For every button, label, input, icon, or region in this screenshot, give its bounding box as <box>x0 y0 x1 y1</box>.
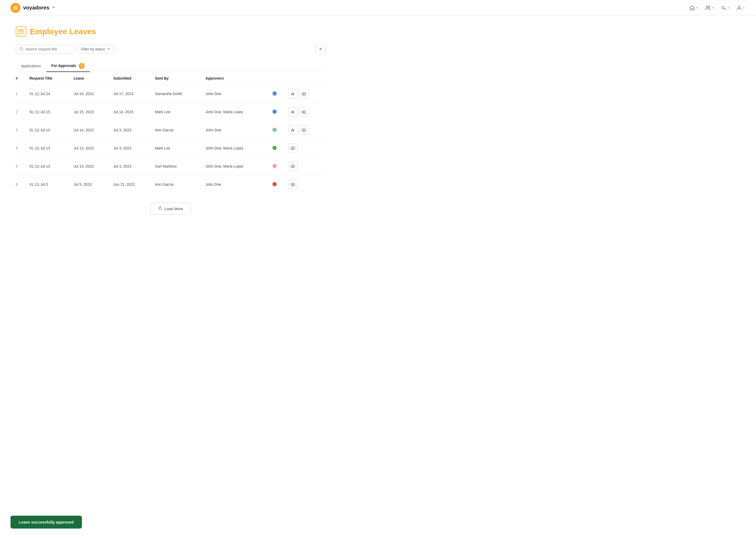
key-nav-button[interactable]: ▾ <box>720 4 730 12</box>
approve-button[interactable] <box>288 107 298 117</box>
table-row: 6 VL (1) Jul 5 Jul 5, 2023 Jun 21, 2023 … <box>16 176 325 193</box>
row-actions <box>285 157 325 176</box>
row-leave: Jul 24, 2023 <box>71 85 110 103</box>
brand-name: voyadores <box>23 5 49 11</box>
row-sent-by: Mark Lee <box>152 103 202 121</box>
svg-point-22 <box>291 165 295 168</box>
row-num: 2 <box>16 103 26 121</box>
thumbs-up-icon <box>291 92 295 96</box>
col-submitted: Submitted <box>110 72 152 85</box>
col-leave: Leave <box>71 72 110 85</box>
add-button[interactable]: + <box>315 44 325 54</box>
row-leave: Jul 15, 2023 <box>71 103 110 121</box>
search-icon <box>20 47 24 51</box>
status-dot <box>272 164 277 168</box>
eye-icon <box>291 146 295 150</box>
nav-icons: ▾ ▾ ▾ ▾ <box>688 4 745 12</box>
svg-point-5 <box>722 6 724 9</box>
action-btns <box>288 180 322 189</box>
tabs: Applications For Approvals 3 <box>16 60 325 72</box>
tab-applications[interactable]: Applications <box>16 61 46 71</box>
col-num: # <box>16 72 26 85</box>
row-submitted: Jul 3, 2023 <box>110 139 152 157</box>
col-actions <box>285 72 325 85</box>
svg-rect-14 <box>293 111 294 113</box>
data-table: # Request Title Leave Submitted Sent By … <box>16 72 325 193</box>
svg-rect-0 <box>13 6 18 7</box>
row-leave: Jul 13, 2023 <box>71 139 110 157</box>
row-leave: Jul 14, 2023 <box>71 121 110 139</box>
brand-tm: ™ <box>52 6 55 9</box>
table-row: 3 SL (1) Jul 14 Jul 14, 2023 Jul 3, 2023… <box>16 121 325 139</box>
row-leave: Jul 13, 2023 <box>71 157 110 176</box>
row-sent-by: Ann Garcia <box>152 121 202 139</box>
filter-button[interactable]: Filter by status <box>77 45 115 54</box>
tab-for-approvals[interactable]: For Approvals 3 <box>46 60 90 72</box>
view-button[interactable] <box>288 180 298 189</box>
load-more-button[interactable]: Load More <box>150 203 191 215</box>
logo: voyadores™ <box>11 3 55 13</box>
row-actions <box>285 176 325 193</box>
view-button[interactable] <box>299 125 309 135</box>
row-sent-by: Ann Garcia <box>152 176 202 193</box>
svg-point-18 <box>302 129 306 132</box>
user-nav-button[interactable]: ▾ <box>735 4 745 12</box>
row-status <box>269 103 285 121</box>
home-nav-button[interactable]: ▾ <box>688 4 698 12</box>
table-row: 4 VL (1) Jul 13 Jul 13, 2023 Jul 3, 2023… <box>16 139 325 157</box>
approve-button[interactable] <box>288 125 298 135</box>
svg-point-20 <box>291 147 295 150</box>
status-dot <box>272 146 277 150</box>
table-row: 1 VL (1) Jul 24 Jul 24, 2023 Jul 17, 202… <box>16 85 325 103</box>
row-status <box>269 121 285 139</box>
action-btns <box>288 125 322 135</box>
navbar: voyadores™ ▾ ▾ ▾ <box>0 0 756 16</box>
people-nav-button[interactable]: ▾ <box>704 4 715 12</box>
row-request-title: VL (1) Jul 13 <box>26 157 71 176</box>
svg-rect-11 <box>293 93 294 95</box>
row-actions <box>285 85 325 103</box>
logo-icon <box>11 3 21 13</box>
thumbs-up-icon <box>291 110 295 114</box>
page-header: Employee Leaves <box>16 26 325 37</box>
row-sent-by: Mark Lee <box>152 139 202 157</box>
row-actions <box>285 121 325 139</box>
eye-icon <box>291 165 295 168</box>
row-sent-by: Samantha Smith <box>152 85 202 103</box>
view-button[interactable] <box>288 162 298 171</box>
row-status <box>269 176 285 193</box>
svg-point-21 <box>292 148 294 149</box>
svg-rect-1 <box>13 8 18 8</box>
action-btns <box>288 107 322 117</box>
eye-icon <box>302 92 306 96</box>
approve-button[interactable] <box>288 89 298 98</box>
load-more-section: Load More <box>16 203 325 215</box>
load-more-icon <box>158 206 162 211</box>
tab-badge: 3 <box>79 63 84 69</box>
view-button[interactable] <box>299 89 309 98</box>
page-title: Employee Leaves <box>30 27 96 36</box>
view-button[interactable] <box>288 143 298 153</box>
col-status <box>269 72 285 85</box>
table-row: 2 SL (1) Jul 15 Jul 15, 2023 Jul 14, 202… <box>16 103 325 121</box>
row-request-title: SL (1) Jul 14 <box>26 121 71 139</box>
eye-icon <box>291 183 295 186</box>
row-request-title: SL (1) Jul 15 <box>26 103 71 121</box>
row-status <box>269 157 285 176</box>
row-approvers: John Doe <box>202 176 269 193</box>
search-input[interactable] <box>25 47 70 51</box>
view-button[interactable] <box>299 107 309 117</box>
row-request-title: VL (1) Jul 24 <box>26 85 71 103</box>
eye-icon <box>302 129 306 132</box>
svg-rect-17 <box>293 130 294 131</box>
svg-point-4 <box>709 6 710 7</box>
svg-point-6 <box>738 6 740 8</box>
key-caret: ▾ <box>728 6 729 9</box>
load-more-label: Load More <box>164 206 183 211</box>
row-submitted: Jul 3, 2023 <box>110 121 152 139</box>
svg-point-13 <box>304 93 305 94</box>
home-caret: ▾ <box>696 6 697 9</box>
row-submitted: Jul 14, 2023 <box>110 103 152 121</box>
svg-point-3 <box>706 6 708 8</box>
row-actions <box>285 139 325 157</box>
